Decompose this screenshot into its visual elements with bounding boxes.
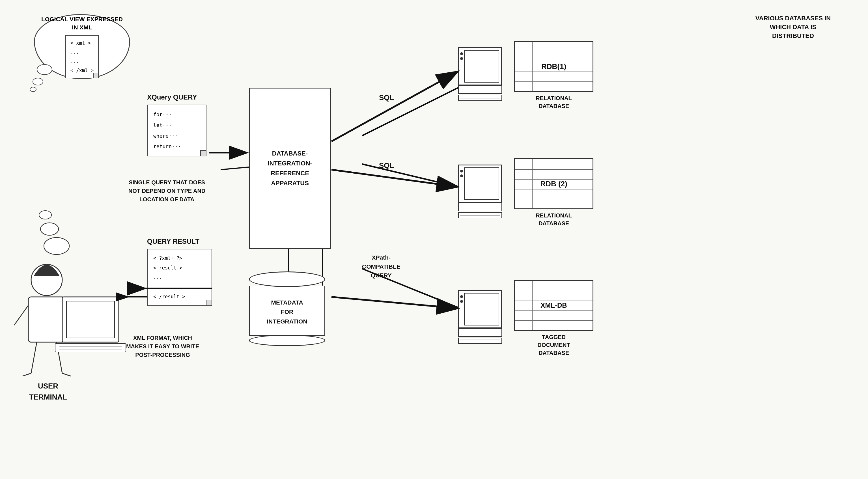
xquery-section: XQuery QUERY for··· let··· where··· retu… — [147, 93, 207, 156]
computer-3 — [458, 290, 506, 347]
svg-line-6 — [31, 342, 37, 373]
xml-line-4: < /xml > — [70, 66, 94, 75]
rdb2-box: RDB (2) — [514, 158, 593, 209]
qr-line-2: < result > — [153, 263, 206, 273]
rdb1-label: RDB(1) — [541, 62, 566, 71]
xml-line-3: ... — [70, 57, 94, 66]
db-group-3: XML-DB TAGGEDDOCUMENTDATABASE — [458, 280, 593, 357]
xmldb-type-label: TAGGEDDOCUMENTDATABASE — [537, 333, 570, 357]
xml-format-label: XML FORMAT, WHICHMAKES IT EASY TO WRITEP… — [102, 334, 223, 359]
monitor-outer-1 — [458, 47, 502, 86]
xquery-title: XQuery QUERY — [147, 93, 207, 101]
cylinder-bottom — [249, 335, 325, 346]
cloud-title: LOGICAL VIEW EXPRESSED IN XML — [40, 15, 124, 32]
dot-2b — [460, 174, 463, 177]
dot-3a — [460, 295, 463, 298]
svg-line-8 — [23, 373, 31, 376]
qr-line-3: ... — [153, 273, 206, 282]
rdb1-container: RDB(1) RELATIONALDATABASE — [514, 41, 593, 110]
svg-point-17 — [39, 211, 52, 219]
xq-line-2: let··· — [153, 120, 200, 131]
svg-line-27 — [332, 72, 457, 141]
svg-line-5 — [65, 306, 82, 320]
dot-1b — [460, 57, 463, 60]
monitor-base-2 — [458, 203, 502, 211]
xquery-doc: for··· let··· where··· return··· — [147, 105, 207, 156]
thought-bubble-small — [30, 87, 36, 92]
rdb2-label: RDB (2) — [540, 180, 567, 188]
db-group-1: RDB(1) RELATIONALDATABASE — [458, 41, 593, 110]
single-query-label: SINGLE QUERY THAT DOESNOT DEPEND ON TYPE… — [110, 178, 223, 203]
svg-line-4 — [14, 306, 28, 325]
monitor-inner-3 — [464, 293, 499, 325]
thought-cloud: LOGICAL VIEW EXPRESSED IN XML < xml > ..… — [28, 14, 142, 93]
xmldb-box: XML-DB — [514, 280, 593, 331]
metadata-text: METADATAFORINTEGRATION — [267, 298, 307, 326]
svg-point-2 — [31, 264, 62, 295]
query-result-title: QUERY RESULT — [147, 237, 212, 246]
svg-rect-3 — [28, 297, 65, 342]
svg-rect-11 — [66, 301, 115, 338]
monitor-outer-2 — [458, 165, 502, 203]
xmldb-label: XML-DB — [540, 301, 567, 309]
computer-1 — [458, 47, 506, 104]
diagram-container: LOGICAL VIEW EXPRESSED IN XML < xml > ..… — [0, 0, 868, 479]
xpath-label: XPath-COMPATIBLEQUERY — [362, 253, 401, 280]
rdb2-type-label: RELATIONALDATABASE — [536, 212, 571, 227]
monitor-inner-1 — [464, 50, 499, 83]
svg-line-29 — [332, 297, 457, 308]
keyboard-1 — [458, 95, 502, 101]
thought-bubble-medium — [33, 78, 43, 86]
various-db-label: VARIOUS DATABASES INWHICH DATA ISDISTRIB… — [741, 14, 845, 40]
monitor-inner-2 — [464, 167, 499, 200]
query-result-doc: < ?xml··?> < result > ... ... < /result … — [147, 249, 212, 306]
qr-line-4: ... — [153, 282, 206, 292]
apparatus-text: DATABASE-INTEGRATION-REFERENCEAPPARATUS — [268, 149, 312, 188]
svg-point-16 — [40, 223, 59, 235]
keyboard-2 — [458, 212, 502, 218]
rdb1-type-label: RELATIONALDATABASE — [536, 94, 571, 110]
metadata-cylinder: METADATAFORINTEGRATION — [249, 272, 325, 346]
db-group-2: RDB (2) RELATIONALDATABASE — [458, 158, 593, 227]
dot-1a — [460, 52, 463, 55]
svg-line-9 — [62, 373, 71, 376]
xq-line-4: return··· — [153, 141, 200, 152]
xmldb-container: XML-DB TAGGEDDOCUMENTDATABASE — [514, 280, 593, 357]
xml-line-2: ... — [70, 47, 94, 57]
xml-line-1: < xml > — [70, 38, 94, 47]
rdb1-box: RDB(1) — [514, 41, 593, 92]
sql-label-2: SQL — [379, 161, 394, 170]
monitor-base-3 — [458, 328, 502, 337]
user-label: USER TERMINAL — [17, 381, 79, 403]
dot-3b — [460, 300, 463, 303]
svg-point-15 — [44, 237, 69, 254]
xq-line-1: for··· — [153, 109, 200, 120]
thought-bubble-large — [37, 64, 52, 75]
xml-doc-in-cloud: < xml > ... ... < /xml > — [65, 35, 99, 78]
apparatus-box: DATABASE-INTEGRATION-REFERENCEAPPARATUS — [249, 88, 331, 249]
sql-label-1: SQL — [379, 93, 394, 102]
xq-line-3: where··· — [153, 131, 200, 141]
qr-line-1: < ?xml··?> — [153, 253, 206, 263]
qr-line-5: < /result > — [153, 292, 206, 301]
cylinder-body: METADATAFORINTEGRATION — [249, 286, 325, 336]
monitor-outer-3 — [458, 290, 502, 328]
cylinder-top — [249, 272, 325, 287]
user-terminal-label: USER TERMINAL — [17, 381, 79, 403]
keyboard-3 — [458, 338, 502, 344]
dot-2a — [460, 170, 463, 172]
rdb2-container: RDB (2) RELATIONALDATABASE — [514, 158, 593, 227]
computer-2 — [458, 165, 506, 221]
svg-line-28 — [332, 170, 457, 187]
monitor-base-1 — [458, 86, 502, 94]
query-result-section: QUERY RESULT < ?xml··?> < result > ... .… — [147, 237, 212, 306]
svg-line-7 — [57, 342, 62, 373]
